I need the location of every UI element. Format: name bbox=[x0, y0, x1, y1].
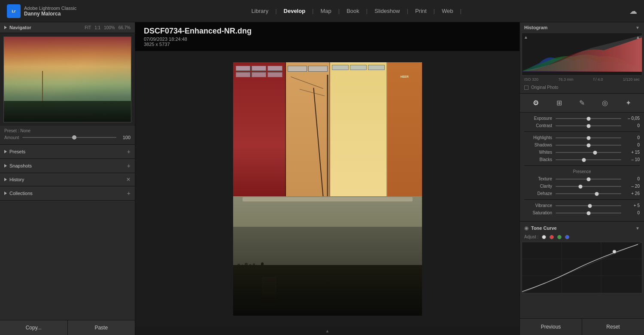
navigator-title: Navigator bbox=[4, 25, 31, 30]
navigator-header[interactable]: Navigator FIT 1:1 100% 66.7% bbox=[0, 22, 135, 33]
highlights-row: Highlights 0 bbox=[524, 135, 640, 140]
clarity-slider[interactable] bbox=[556, 186, 621, 187]
app-name: Adobe Lightroom Classic bbox=[24, 6, 76, 11]
saturation-slider[interactable] bbox=[556, 213, 621, 213]
photo-datetime: 07/09/2023 18:24:48 bbox=[144, 37, 511, 42]
tc-channel-green[interactable] bbox=[557, 235, 562, 239]
presets-section: Presets + bbox=[0, 145, 135, 159]
shutter-value: 1/120 sec bbox=[623, 77, 640, 82]
collections-add-icon[interactable]: + bbox=[127, 190, 131, 197]
shadows-value: 0 bbox=[625, 143, 640, 147]
collections-header[interactable]: Collections + bbox=[0, 186, 135, 200]
texture-row: Texture 0 bbox=[524, 177, 640, 181]
collections-title: Collections bbox=[4, 191, 33, 196]
nav-develop[interactable]: Develop bbox=[277, 5, 313, 17]
exposure-slider[interactable] bbox=[556, 118, 621, 119]
nav-map[interactable]: Map bbox=[314, 5, 338, 17]
preset-label: Preset : None bbox=[4, 128, 131, 133]
clarity-thumb bbox=[579, 185, 583, 189]
presets-title: Presets bbox=[4, 149, 25, 154]
collections-section: Collections + bbox=[0, 186, 135, 201]
exposure-row: Exposure – 0,05 bbox=[524, 116, 640, 121]
contrast-slider[interactable] bbox=[556, 125, 621, 126]
original-photo-checkbox[interactable] bbox=[524, 85, 529, 90]
effects-tool[interactable]: ✦ bbox=[624, 97, 633, 109]
navigator-zoom: FIT 1:1 100% 66.7% bbox=[85, 25, 131, 30]
navigator-collapse-icon bbox=[4, 26, 7, 29]
whites-slider[interactable] bbox=[556, 152, 621, 153]
zoom-fit[interactable]: FIT bbox=[85, 25, 91, 30]
detail-tool[interactable]: ◎ bbox=[600, 97, 610, 109]
tc-channel-blue[interactable] bbox=[565, 235, 569, 239]
tc-channel-white[interactable] bbox=[542, 235, 546, 239]
tone-curve-expand-icon[interactable]: ▼ bbox=[635, 226, 640, 231]
vibrance-slider[interactable] bbox=[556, 205, 621, 206]
zoom-pct1[interactable]: 100% bbox=[104, 25, 115, 30]
photo-canvas: HEER bbox=[233, 62, 422, 316]
blacks-slider[interactable] bbox=[556, 159, 621, 160]
nav-book[interactable]: Book bbox=[340, 5, 366, 17]
copy-button[interactable]: Copy... bbox=[0, 320, 68, 335]
saturation-row: Saturation 0 bbox=[524, 210, 640, 215]
amount-slider[interactable] bbox=[22, 137, 116, 138]
texture-slider[interactable] bbox=[556, 179, 621, 180]
preset-amount: Preset : None Amount 100 bbox=[0, 126, 135, 144]
nav-web[interactable]: Web bbox=[435, 5, 460, 17]
tone-curve-canvas[interactable] bbox=[522, 242, 642, 293]
history-header[interactable]: History ✕ bbox=[0, 173, 135, 186]
blacks-label: Blacks bbox=[524, 157, 552, 162]
prev-reset-bar: Previous Reset bbox=[520, 318, 644, 335]
highlights-label: Highlights bbox=[524, 135, 552, 140]
histogram-header: Histogram ▼ bbox=[520, 22, 644, 33]
nav-slideshow[interactable]: Slideshow bbox=[368, 5, 407, 17]
dehaze-slider[interactable] bbox=[556, 193, 621, 194]
highlights-slider[interactable] bbox=[556, 137, 621, 138]
tone-curve-visibility-icon[interactable]: ◉ bbox=[524, 225, 529, 231]
histogram-expand-icon[interactable]: ▼ bbox=[635, 25, 640, 30]
tc-channel-red[interactable] bbox=[550, 235, 554, 239]
saturation-value: 0 bbox=[625, 210, 640, 215]
tc-controls: Adjust : bbox=[520, 234, 644, 242]
reset-button[interactable]: Reset bbox=[582, 319, 644, 335]
vibrance-value: + 5 bbox=[625, 203, 640, 208]
snapshots-header[interactable]: Snapshots + bbox=[0, 159, 135, 173]
whites-label: Whites bbox=[524, 150, 552, 155]
tone-curve-tool[interactable]: ⊞ bbox=[555, 97, 564, 109]
tone-curve-header[interactable]: ◉ Tone Curve ▼ bbox=[520, 222, 644, 234]
snapshots-add-icon[interactable]: + bbox=[127, 162, 131, 169]
snapshots-section: Snapshots + bbox=[0, 159, 135, 173]
presets-add-icon[interactable]: + bbox=[127, 148, 131, 155]
texture-value: 0 bbox=[625, 177, 640, 181]
svg-point-5 bbox=[613, 250, 616, 253]
preset-row: Amount 100 bbox=[4, 135, 131, 140]
basic-adjustments-tool[interactable]: ⚙ bbox=[531, 97, 541, 109]
shadows-row: Shadows 0 bbox=[524, 143, 640, 147]
nav-print[interactable]: Print bbox=[408, 5, 434, 17]
dehaze-label: Dehaze bbox=[524, 191, 552, 196]
clarity-label: Clarity bbox=[524, 184, 552, 189]
color-tool[interactable]: ✎ bbox=[577, 97, 586, 109]
user-name: Danny Malorca bbox=[24, 11, 76, 17]
strip-handle-icon: ▲ bbox=[325, 329, 330, 333]
navigator-preview bbox=[0, 33, 135, 126]
bottom-strip: ▲ bbox=[135, 326, 519, 335]
previous-button[interactable]: Previous bbox=[520, 319, 582, 335]
nav-library[interactable]: Library bbox=[244, 5, 275, 17]
history-clear-icon[interactable]: ✕ bbox=[126, 177, 131, 183]
presets-header[interactable]: Presets + bbox=[0, 145, 135, 158]
photo-display: HEER bbox=[135, 51, 519, 326]
zoom-pct2[interactable]: 66.7% bbox=[118, 25, 131, 30]
cloud-icon[interactable]: ☁ bbox=[629, 6, 637, 16]
exposure-label: Exposure bbox=[524, 116, 552, 121]
vibrance-row: Vibrance + 5 bbox=[524, 203, 640, 208]
highlights-thumb bbox=[586, 136, 590, 140]
zoom-100[interactable]: 1:1 bbox=[94, 25, 100, 30]
copy-paste-bar: Copy... Paste bbox=[0, 320, 135, 335]
paste-button[interactable]: Paste bbox=[68, 320, 135, 335]
collections-expand-icon bbox=[4, 192, 7, 195]
photo-info-bar: DSCF0734-Enhanced-NR.dng 07/09/2023 18:2… bbox=[135, 22, 519, 51]
history-expand-icon bbox=[4, 178, 7, 181]
shadows-slider[interactable] bbox=[556, 145, 621, 146]
shadows-thumb bbox=[586, 143, 590, 147]
amount-label: Amount bbox=[4, 135, 19, 140]
